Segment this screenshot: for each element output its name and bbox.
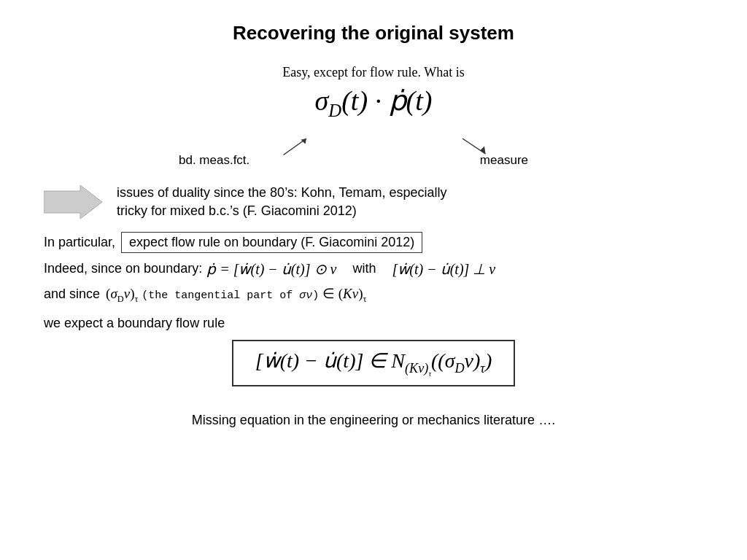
big-boxed-formula: [ẇ(t) − u̇(t)] ∈ N(Kν)τ((σDν)τ) — [232, 340, 515, 386]
svg-marker-4 — [44, 185, 102, 219]
slide-title: Recovering the original system — [44, 22, 703, 44]
in-particular-label: In particular, — [44, 235, 115, 250]
indeed-label: Indeed, since on boundary: — [44, 261, 202, 276]
big-arrow-icon — [44, 184, 102, 220]
and-since-formula: (σDν)τ (the tangential part of σν) ∈ (Kν… — [106, 285, 366, 305]
p-dot: ṗ(t) — [389, 85, 433, 116]
in-particular-row: In particular, expect flow rule on bound… — [44, 232, 703, 253]
and-since-row: and since (σDν)τ (the tangential part of… — [44, 285, 703, 305]
boundary-formula: ṗ = [ẇ(t) − u̇(t)] ⊙ ν — [206, 260, 336, 278]
missing-text: Missing equation in the engineering or m… — [44, 413, 703, 428]
boundary-row: Indeed, since on boundary: ṗ = [ẇ(t) − u… — [44, 260, 703, 278]
measure-label: measure — [480, 153, 528, 168]
dot-product: · — [375, 85, 389, 116]
bd-meas-label: bd. meas.fct. — [179, 153, 249, 168]
issues-text: issues of duality since the 80’s: Kohn, … — [117, 182, 447, 222]
main-formula: σD(t) · ṗ(t) — [44, 85, 703, 121]
issues-row: issues of duality since the 80’s: Kohn, … — [44, 182, 703, 222]
big-box-row: [ẇ(t) − u̇(t)] ∈ N(Kν)τ((σDν)τ) — [44, 340, 703, 399]
boxed-text: expect flow rule on boundary (F. Giacomi… — [121, 232, 422, 253]
intro-text: Easy, except for flow rule. What is — [44, 65, 703, 80]
arrows-row: bd. meas.fct. measure — [44, 133, 703, 176]
sigma-D: σD(t) — [315, 85, 368, 116]
with-label: with — [352, 261, 376, 276]
perp-formula: [ẇ(t) − u̇(t)] ⊥ ν — [392, 260, 495, 278]
and-since-label: and since — [44, 287, 100, 302]
arrow-left-icon — [277, 134, 314, 156]
we-expect-text: we expect a boundary flow rule — [44, 316, 703, 331]
slide: Recovering the original system Easy, exc… — [0, 0, 747, 560]
